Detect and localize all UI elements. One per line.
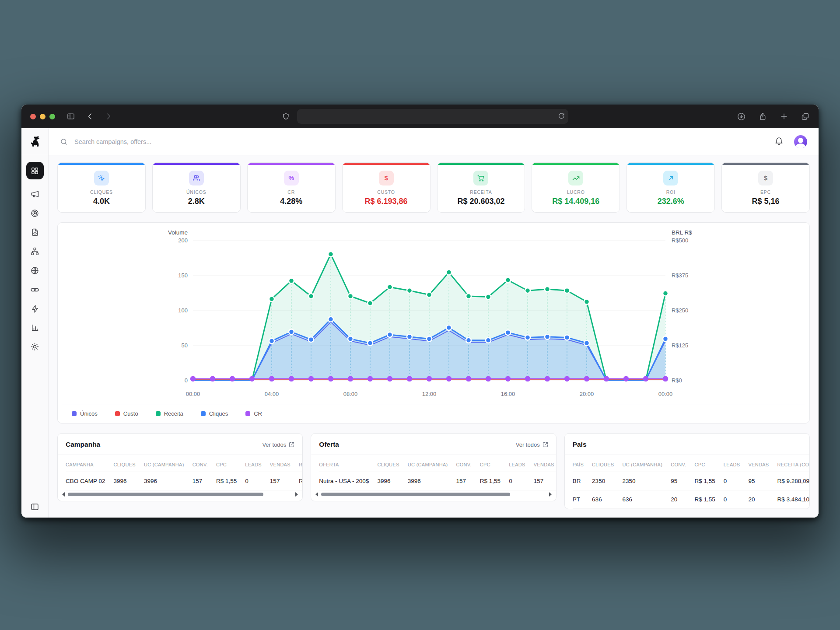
kpi-accent-bar [532, 163, 620, 165]
tab-overview-icon[interactable] [801, 112, 810, 121]
column-header: UC (CAMPANHA) [144, 455, 192, 472]
legend-item-cr[interactable]: CR [245, 410, 262, 417]
scroll-left-arrow[interactable] [62, 492, 65, 497]
sidebar-item-domains[interactable] [30, 266, 39, 275]
table-cell: R$ 1,55 [480, 472, 509, 490]
ver-todos-link[interactable]: Ver todos [262, 441, 294, 448]
kpi-value: R$ 5,16 [722, 197, 809, 206]
sidebar-item-reports[interactable] [31, 323, 39, 332]
sidebar-item-offers[interactable] [30, 209, 39, 218]
column-header: CLIQUES [592, 455, 622, 472]
search-bar[interactable] [60, 138, 774, 146]
sidebar-item-links[interactable] [30, 285, 39, 294]
share-icon[interactable] [758, 112, 767, 121]
horizontal-scrollbar[interactable] [58, 490, 302, 501]
column-header: PAÍS [573, 455, 592, 472]
back-icon[interactable] [86, 112, 94, 121]
forward-icon[interactable] [104, 112, 113, 121]
scroll-right-arrow[interactable] [549, 492, 552, 497]
sidebar-item-flows[interactable] [30, 247, 39, 256]
kpi-label: CR [248, 189, 335, 195]
sidebar-nav [26, 155, 44, 351]
scroll-right-arrow[interactable] [295, 492, 298, 497]
scrollbar-track[interactable] [321, 493, 546, 496]
collapse-panel-icon[interactable] [30, 502, 39, 511]
ver-todos-link[interactable]: Ver todos [516, 441, 548, 448]
bell-icon[interactable] [774, 137, 784, 146]
dashboard-grid-icon [26, 162, 44, 179]
kpi-accent-bar [438, 163, 525, 165]
scrollbar-track[interactable] [68, 493, 292, 496]
legend-item-receita[interactable]: Receita [156, 410, 183, 417]
data-table: PAÍSCLIQUESUC (CAMPANHA)CONV.CPCLEADSVEN… [573, 455, 809, 509]
maximize-button[interactable] [49, 114, 55, 119]
svg-text:200: 200 [178, 237, 188, 244]
table-row: CBO CAMP 0239963996157R$ 1,550157R [66, 472, 302, 490]
svg-text:Volume: Volume [168, 229, 188, 236]
cursor-click-icon [94, 171, 109, 186]
column-header: CONV. [456, 455, 480, 472]
close-button[interactable] [30, 114, 36, 119]
column-header: CLIQUES [377, 455, 407, 472]
column-header: RECEITA (CO [777, 455, 809, 472]
legend-item-custo[interactable]: Custo [115, 410, 138, 417]
sidebar-item-integrations[interactable] [31, 304, 39, 313]
table-cell: 0 [509, 472, 534, 490]
table-cell: 0 [724, 472, 749, 490]
file-code-icon [31, 228, 39, 237]
table-cell: R$ 1,55 [695, 472, 724, 490]
search-input[interactable] [74, 138, 257, 146]
kpi-value: R$ 6.193,86 [343, 197, 430, 206]
legend-item-cliques[interactable]: Cliques [201, 410, 228, 417]
kpi-card-cliques: CLIQUES4.0K [57, 162, 146, 213]
kpi-value: R$ 14.409,16 [532, 197, 620, 206]
table-card-campanha: CampanhaVer todosCAMPANHACLIQUESUC (CAMP… [57, 433, 303, 501]
data-table: OFERTACLIQUESUC (CAMPANHA)CONV.CPCLEADSV… [319, 455, 556, 490]
scroll-left-arrow[interactable] [315, 492, 318, 497]
globe-icon [30, 266, 39, 275]
svg-text:12:00: 12:00 [422, 391, 437, 397]
table-row: PT63663620R$ 1,55020R$ 3.484,10 [573, 490, 809, 509]
kpi-accent-bar [248, 163, 335, 165]
scrollbar-thumb[interactable] [68, 493, 263, 496]
chart-legend: ÚnicosCustoReceitaCliquesCR [62, 405, 805, 423]
horizontal-scrollbar[interactable] [311, 490, 556, 501]
bar-chart-icon [31, 323, 39, 332]
sidebar [21, 128, 49, 518]
legend-label: Cliques [209, 410, 228, 417]
target-icon [30, 209, 39, 218]
svg-text:R$500: R$500 [672, 237, 688, 244]
user-avatar[interactable] [794, 135, 807, 148]
shield-icon[interactable] [282, 112, 290, 121]
legend-swatch [201, 411, 206, 416]
sidebar-item-campaigns[interactable] [30, 189, 39, 199]
sidebar-item-dashboard[interactable] [26, 162, 44, 179]
svg-text:04:00: 04:00 [265, 391, 279, 397]
svg-text:100: 100 [178, 307, 188, 314]
dog-logo[interactable] [28, 135, 42, 149]
external-link-icon [289, 442, 294, 448]
sidebar-item-settings[interactable] [30, 342, 39, 351]
tables-row: CampanhaVer todosCAMPANHACLIQUESUC (CAMP… [57, 433, 810, 509]
new-tab-icon[interactable] [780, 112, 788, 121]
kpi-card-cr: %CR4.28% [247, 162, 336, 213]
reload-icon[interactable] [557, 112, 565, 120]
svg-text:00:00: 00:00 [186, 391, 200, 397]
kpi-value: R$ 20.603,02 [438, 197, 525, 206]
svg-text:BRL R$: BRL R$ [672, 229, 692, 236]
scrollbar-thumb[interactable] [321, 493, 510, 496]
minimize-button[interactable] [40, 114, 46, 119]
svg-text:20:00: 20:00 [580, 391, 594, 397]
arrow-up-right-icon [663, 171, 678, 186]
kpi-card-roi: ROI232.6% [626, 162, 715, 213]
legend-item-únicos[interactable]: Únicos [72, 410, 98, 417]
sidebar-toggle-icon[interactable] [66, 112, 75, 121]
table-cell: PT [573, 490, 592, 509]
table-cell: 20 [748, 490, 777, 509]
kpi-value: 2.8K [153, 197, 240, 206]
sidebar-item-landers[interactable] [31, 228, 39, 237]
external-link-icon [542, 442, 548, 448]
svg-text:R$375: R$375 [672, 272, 688, 279]
url-bar[interactable] [297, 109, 568, 124]
download-icon[interactable] [737, 112, 746, 121]
